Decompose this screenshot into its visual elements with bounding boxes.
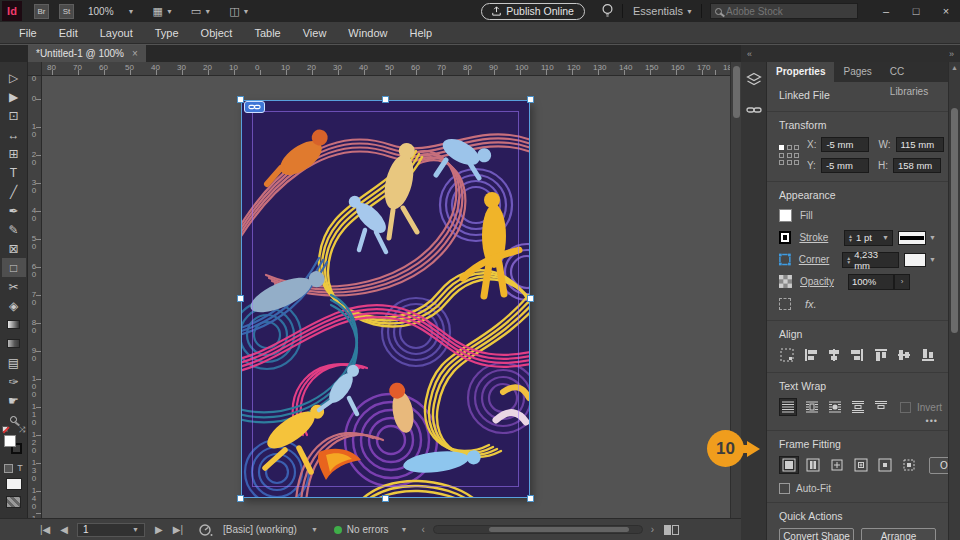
rectangle-tool[interactable]: □ xyxy=(2,258,26,277)
fit-frame-to-content-icon[interactable] xyxy=(827,456,847,474)
handle-bottom-right[interactable] xyxy=(527,495,534,502)
align-to-icon[interactable] xyxy=(779,346,795,364)
autofit-checkbox[interactable] xyxy=(779,483,790,494)
fit-content-proportionally-icon[interactable] xyxy=(803,456,823,474)
default-swatches-icon[interactable] xyxy=(2,426,8,432)
publish-online-button[interactable]: Publish Online xyxy=(481,3,585,20)
corner-options-icon[interactable] xyxy=(779,253,791,266)
bridge-button[interactable]: Br xyxy=(34,4,49,19)
content-aware-fit-icon[interactable] xyxy=(899,456,919,474)
handle-top-center[interactable] xyxy=(382,96,389,103)
scrollbar-thumb[interactable] xyxy=(951,108,958,333)
zoom-level-dropdown[interactable]: 100% ▼ xyxy=(88,6,135,17)
y-field[interactable]: -5 mm xyxy=(821,158,869,173)
indesign-logo[interactable]: Id xyxy=(2,1,22,21)
next-page-button[interactable]: ▶ xyxy=(155,524,163,535)
handle-bottom-center[interactable] xyxy=(382,495,389,502)
horizontal-ruler[interactable]: 8070605040302010010203040506070809010011… xyxy=(42,62,731,76)
close-button[interactable]: × xyxy=(932,1,960,21)
panel-scrollbar[interactable]: ▲ xyxy=(948,62,960,540)
ruler-origin-box[interactable] xyxy=(28,62,42,76)
chevron-down-icon[interactable]: ▼ xyxy=(929,234,936,241)
collapse-right-icon[interactable]: » xyxy=(949,49,954,59)
eyedropper-tool[interactable]: ✑ xyxy=(2,372,26,391)
menu-file[interactable]: File xyxy=(8,22,48,44)
opacity-field[interactable]: 100% xyxy=(848,274,894,290)
layers-panel-icon[interactable] xyxy=(746,72,762,87)
errors-status-dropdown[interactable]: No errors xyxy=(347,524,389,535)
pencil-tool[interactable]: ✎ xyxy=(2,220,26,239)
stock-button[interactable]: St xyxy=(59,4,74,19)
frame-tool[interactable]: ⊠ xyxy=(2,239,26,258)
object-style-icon[interactable] xyxy=(779,298,791,310)
handle-top-left[interactable] xyxy=(237,96,244,103)
gradient-feather-tool[interactable] xyxy=(2,334,26,353)
page-number-dropdown[interactable]: 1 ▼ xyxy=(77,523,145,537)
corner-shape-dropdown[interactable] xyxy=(904,253,926,267)
line-tool[interactable]: ╱ xyxy=(2,182,26,201)
align-top-icon[interactable] xyxy=(873,346,889,364)
align-center-horizontal-icon[interactable] xyxy=(826,346,842,364)
reference-point-grid[interactable] xyxy=(779,145,799,165)
previous-page-button[interactable]: ◀ xyxy=(60,524,68,535)
page-tool[interactable]: ⊡ xyxy=(2,106,26,125)
stroke-swatch[interactable] xyxy=(779,231,791,244)
menu-layout[interactable]: Layout xyxy=(89,22,144,44)
pen-tool[interactable]: ✒ xyxy=(2,201,26,220)
free-transform-tool[interactable]: ◈ xyxy=(2,296,26,315)
menu-view[interactable]: View xyxy=(292,22,338,44)
spread-view-icon[interactable] xyxy=(664,525,679,535)
fill-stroke-swatches[interactable]: ⤨ xyxy=(2,433,26,459)
menu-table[interactable]: Table xyxy=(243,22,291,44)
fill-swatch[interactable] xyxy=(4,435,16,447)
document-tab[interactable]: *Untitled-1 @ 100% × xyxy=(28,45,146,62)
more-options-icon[interactable]: ••• xyxy=(926,416,938,426)
effects-fx-button[interactable]: fx. xyxy=(805,298,817,310)
align-center-vertical-icon[interactable] xyxy=(896,346,912,364)
minimize-button[interactable]: – xyxy=(872,1,900,21)
vertical-ruler[interactable]: 1 001 02 03 04 05 06 07 08 09 01 0 01 1 … xyxy=(28,76,42,518)
center-content-icon[interactable] xyxy=(875,456,895,474)
fill-frame-proportionally-icon[interactable] xyxy=(779,456,799,474)
type-tool[interactable]: T xyxy=(2,163,26,182)
apply-color-button[interactable] xyxy=(6,478,22,490)
x-field[interactable]: -5 mm xyxy=(821,137,869,152)
links-panel-icon[interactable] xyxy=(746,105,762,115)
gap-tool[interactable]: ↔ xyxy=(2,125,26,144)
menu-help[interactable]: Help xyxy=(398,22,443,44)
h-field[interactable]: 158 mm xyxy=(893,158,941,173)
stroke-label[interactable]: Stroke xyxy=(799,232,844,243)
jump-object-icon[interactable] xyxy=(850,398,866,416)
last-page-button[interactable]: ▶| xyxy=(173,524,183,535)
document-canvas[interactable] xyxy=(241,100,530,498)
formatting-affects-container-icon[interactable] xyxy=(4,464,13,473)
corner-label[interactable]: Corner xyxy=(799,254,842,265)
menu-type[interactable]: Type xyxy=(144,22,190,44)
tab-properties[interactable]: Properties xyxy=(767,62,834,82)
wrap-around-bounding-box-icon[interactable] xyxy=(804,398,820,416)
workspace-switcher[interactable]: Essentials ▼ xyxy=(633,5,693,17)
align-bottom-icon[interactable] xyxy=(920,346,936,364)
handle-bottom-left[interactable] xyxy=(237,495,244,502)
menu-edit[interactable]: Edit xyxy=(48,22,89,44)
stroke-style-dropdown[interactable] xyxy=(898,231,926,245)
scrollbar-thumb[interactable] xyxy=(489,527,629,532)
jump-to-next-column-icon[interactable] xyxy=(873,398,889,416)
preflight-profile-dropdown[interactable]: [Basic] (working) xyxy=(223,524,297,535)
gradient-swatch-tool[interactable] xyxy=(2,315,26,334)
tab-pages[interactable]: Pages xyxy=(834,62,880,82)
swap-swatches-icon[interactable]: ⤨ xyxy=(19,425,25,435)
scroll-up-icon[interactable]: ▲ xyxy=(951,64,958,71)
arrange-button[interactable]: Arrange xyxy=(861,528,936,540)
collapse-left-icon[interactable]: « xyxy=(747,49,752,59)
handle-middle-left[interactable] xyxy=(237,295,244,302)
screen-mode-dropdown[interactable]: ▭▼ xyxy=(191,5,211,18)
menu-window[interactable]: Window xyxy=(337,22,398,44)
selection-tool[interactable]: ▷ xyxy=(2,68,26,87)
content-collector-tool[interactable]: ⊞ xyxy=(2,144,26,163)
opacity-expand-button[interactable]: › xyxy=(894,274,910,290)
corner-radius-stepper[interactable]: ▲▼ 4,233 mm xyxy=(842,252,899,268)
document-horizontal-scrollbar[interactable] xyxy=(433,525,643,534)
search-input[interactable] xyxy=(726,6,836,17)
align-right-icon[interactable] xyxy=(849,346,865,364)
